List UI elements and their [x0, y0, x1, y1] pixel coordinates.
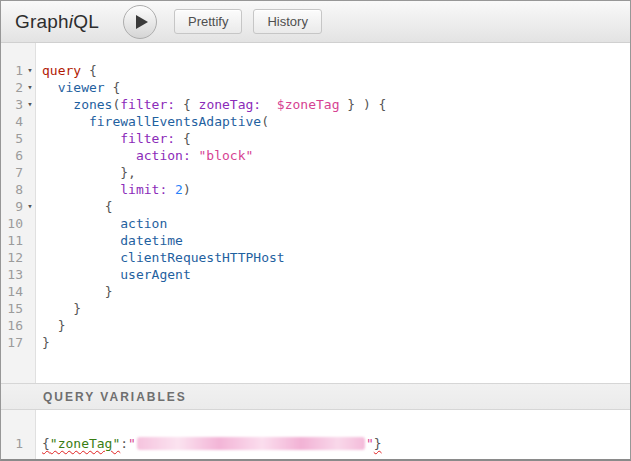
code-line[interactable]: 6 action: "block" [1, 147, 630, 164]
code-token [42, 301, 73, 316]
gutter-cell: 10 [1, 215, 37, 232]
line-number: 2 [1, 79, 23, 96]
code-token: zoneTag: [199, 97, 262, 112]
line-number: 3 [1, 96, 23, 113]
query-editor-lines[interactable]: 1▾query {2▾ viewer {3▾ zones(filter: { z… [1, 43, 630, 351]
code-token: } [374, 436, 382, 451]
code-token: } [58, 318, 66, 333]
code-token: } [73, 301, 81, 316]
gutter-cell: 1 [1, 435, 37, 452]
top-bar: GraphiQL Prettify History [1, 1, 630, 43]
code-token: { [42, 436, 50, 451]
code-line[interactable]: 13 userAgent [1, 266, 630, 283]
line-number: 1 [1, 435, 23, 452]
gutter-cell: 15 [1, 300, 37, 317]
execute-query-button[interactable] [123, 5, 157, 39]
gutter-cell: 12 [1, 249, 37, 266]
fold-toggle-icon[interactable]: ▾ [23, 198, 37, 215]
code-token: clientRequestHTTPHost [120, 250, 284, 265]
code-token: : [120, 436, 128, 451]
line-number: 5 [1, 130, 23, 147]
code-token [191, 97, 199, 112]
code-line[interactable]: 11 datetime [1, 232, 630, 249]
code-line[interactable]: 15 } [1, 300, 630, 317]
code-line[interactable]: 17} [1, 334, 630, 351]
code-token [42, 216, 120, 231]
code-line[interactable]: 7 }, [1, 164, 630, 181]
code-line[interactable]: 3▾ zones(filter: { zoneTag: $zoneTag } )… [1, 96, 630, 113]
code-line-text: } [37, 317, 65, 334]
code-token [175, 97, 183, 112]
code-line-text: } [37, 334, 50, 351]
line-number: 11 [1, 232, 23, 249]
code-line[interactable]: 1▾query { [1, 62, 630, 79]
code-token: query [42, 63, 81, 78]
code-line-text: limit: 2) [37, 181, 191, 198]
code-line-text: {"zoneTag":""} [37, 435, 382, 452]
code-line[interactable]: 16 } [1, 317, 630, 334]
fold-toggle-icon[interactable]: ▾ [23, 96, 37, 113]
line-number: 14 [1, 283, 23, 300]
code-token: ( [261, 114, 269, 129]
query-editor[interactable]: 1▾query {2▾ viewer {3▾ zones(filter: { z… [1, 43, 630, 383]
code-token [42, 233, 120, 248]
code-line-text: { [37, 198, 112, 215]
variables-editor[interactable]: 1{"zoneTag":""} [1, 410, 630, 459]
query-variables-title-bar[interactable]: QUERY VARIABLES [1, 383, 630, 410]
code-token [42, 250, 120, 265]
fold-toggle-icon[interactable]: ▾ [23, 79, 37, 96]
gutter-cell: 4 [1, 113, 37, 130]
variables-editor-lines[interactable]: 1{"zoneTag":""} [1, 410, 630, 452]
fold-toggle-icon[interactable]: ▾ [23, 62, 37, 79]
code-line[interactable]: 9▾ { [1, 198, 630, 215]
code-token [42, 165, 120, 180]
code-token [191, 148, 199, 163]
code-line[interactable]: 4 firewallEventsAdaptive( [1, 113, 630, 130]
line-number: 16 [1, 317, 23, 334]
logo-text-prefix: Graph [15, 11, 69, 32]
code-token [42, 131, 120, 146]
code-token: $zoneTag [277, 97, 340, 112]
code-token: } ) { [339, 97, 386, 112]
code-token [42, 148, 136, 163]
code-line[interactable]: 10 action [1, 215, 630, 232]
gutter-cell: 6 [1, 147, 37, 164]
code-line[interactable]: 5 filter: { [1, 130, 630, 147]
code-token [42, 199, 105, 214]
history-button[interactable]: History [253, 9, 321, 34]
code-line-text: action [37, 215, 167, 232]
code-token: { [175, 131, 191, 146]
prettify-button[interactable]: Prettify [174, 9, 242, 34]
code-token [42, 267, 120, 282]
gutter-cell: 7 [1, 164, 37, 181]
code-line[interactable]: 14 } [1, 283, 630, 300]
gutter-cell: 17 [1, 334, 37, 351]
code-token: action: [136, 148, 191, 163]
code-token: ) [183, 182, 191, 197]
code-token: datetime [120, 233, 183, 248]
code-token: firewallEventsAdaptive [89, 114, 261, 129]
line-number: 1 [1, 62, 23, 79]
gutter-cell: 8 [1, 181, 37, 198]
line-number: 15 [1, 300, 23, 317]
code-line[interactable]: 8 limit: 2) [1, 181, 630, 198]
code-token: zones [73, 97, 112, 112]
redacted-zone-tag-value [137, 437, 365, 450]
line-number: 8 [1, 181, 23, 198]
code-token: userAgent [120, 267, 190, 282]
code-line[interactable]: 2▾ viewer { [1, 79, 630, 96]
gutter-cell: 11 [1, 232, 37, 249]
code-token [42, 97, 73, 112]
code-token: action [120, 216, 167, 231]
code-line-text: } [37, 283, 112, 300]
code-token [42, 114, 89, 129]
code-line-text: viewer { [37, 79, 120, 96]
code-token [42, 80, 58, 95]
code-line[interactable]: 1{"zoneTag":""} [1, 435, 630, 452]
code-token: { [81, 63, 97, 78]
graphiql-window: GraphiQL Prettify History 1▾query {2▾ vi… [0, 0, 631, 461]
line-number: 4 [1, 113, 23, 130]
code-token [42, 284, 105, 299]
code-line[interactable]: 12 clientRequestHTTPHost [1, 249, 630, 266]
play-icon [136, 15, 148, 29]
